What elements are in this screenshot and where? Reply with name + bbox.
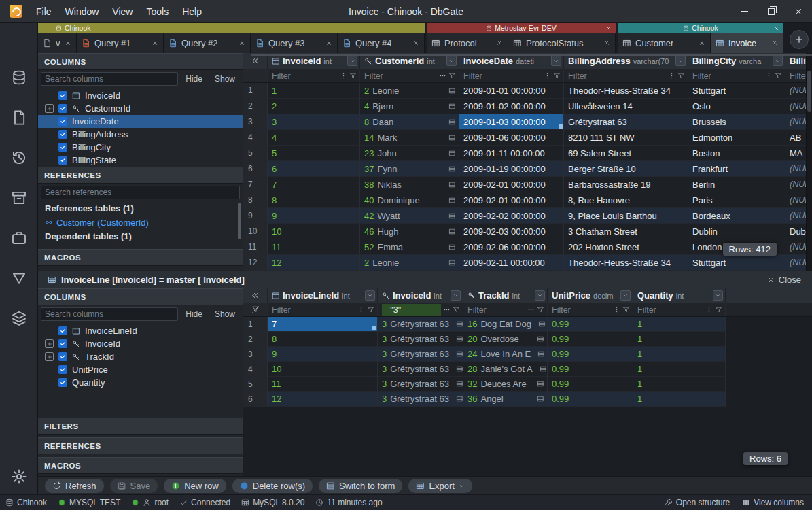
cell-quantity[interactable]: 1 — [633, 317, 726, 332]
cell-invoicedate[interactable]: 2009-01-11 00:00:00 — [459, 146, 564, 161]
cell-invoicelineid[interactable]: 10 — [268, 362, 378, 377]
connection-group-metrostav-evr-dev[interactable]: Metrostav-Evr-DEV — [427, 23, 616, 33]
clear-filters-button[interactable] — [243, 303, 268, 316]
checkbox-checked[interactable] — [58, 156, 67, 165]
scrollbar-thumb[interactable] — [807, 71, 811, 112]
filter-funnel-button[interactable] — [553, 72, 561, 80]
filter-funnel-button[interactable] — [677, 72, 685, 80]
references-section-header[interactable]: REFERENCES — [38, 167, 243, 184]
hide-columns-button[interactable]: Hide — [181, 72, 207, 86]
status-chinook[interactable]: Chinook — [5, 498, 47, 507]
cell-billingcity[interactable]: Frankfurt — [688, 161, 785, 177]
filter-input-trackid[interactable]: Filter — [463, 303, 548, 316]
close-tab-button[interactable] — [771, 39, 778, 46]
checkbox-checked[interactable] — [58, 104, 67, 113]
cell-billingaddress[interactable]: 202 Hoxton Street — [564, 239, 688, 255]
row-number[interactable]: 4 — [243, 130, 268, 146]
row-number[interactable]: 5 — [243, 377, 268, 392]
reference-link-customer-customerid[interactable]: Customer (CustomerId) — [38, 216, 243, 229]
search-input[interactable] — [41, 72, 178, 86]
menu-file[interactable]: File — [29, 0, 58, 22]
filter-funnel-button[interactable] — [367, 306, 374, 313]
cell-billingaddress[interactable]: Ullevålsveien 14 — [564, 99, 688, 114]
column-item-invoiceid[interactable]: InvoiceId — [38, 89, 243, 102]
save-button[interactable]: Save — [110, 479, 158, 493]
cell-billingcity[interactable]: Dublin — [688, 224, 785, 239]
close-tab-button[interactable] — [239, 39, 245, 46]
cell-customerid[interactable]: 40Dominique — [360, 192, 459, 208]
cell-customerid[interactable]: 23John — [360, 146, 459, 161]
cell-invoiceid[interactable]: 3Grétrystraat 63 — [378, 347, 463, 362]
cell-billingcity[interactable]: Stuttgart — [688, 255, 785, 271]
close-tab-button[interactable] — [325, 39, 332, 46]
column-header-trackid[interactable]: TrackIdint — [463, 288, 548, 303]
column-item-invoiceid[interactable]: InvoiceId — [38, 337, 243, 350]
column-item-unitprice[interactable]: UnitPrice — [38, 363, 243, 376]
cell-invoicedate[interactable]: 2009-01-19 00:00:00 — [459, 161, 564, 177]
close-tab-button[interactable] — [412, 39, 419, 46]
macros-section-header[interactable]: MACROS — [38, 249, 243, 266]
cell-trackid[interactable]: 16Dog Eat Dog — [463, 317, 548, 332]
cell-trackid[interactable]: 32Deuces Are — [463, 377, 548, 392]
expand-icon[interactable] — [45, 104, 54, 113]
cell-billingaddress[interactable]: Theodor-Heuss-Straße 34 — [564, 83, 688, 99]
cell-quantity[interactable]: 1 — [633, 377, 726, 392]
cell-invoiceid[interactable]: 8 — [268, 192, 360, 208]
cell-customerid[interactable]: 42Wyatt — [360, 208, 459, 224]
cell-quantity[interactable]: 1 — [633, 362, 726, 377]
references-section-header[interactable]: REFERENCES — [38, 437, 243, 454]
status-11-minutes-ago[interactable]: 11 minutes ago — [315, 498, 382, 507]
cell-invoiceid[interactable]: 10 — [268, 224, 360, 239]
row-number[interactable]: 7 — [243, 177, 268, 192]
column-menu-button[interactable] — [446, 56, 457, 66]
fill-handle[interactable] — [559, 124, 563, 129]
column-header-invoiceid[interactable]: InvoiceIdint — [378, 288, 463, 303]
cell-billingaddress[interactable]: 8, Rue Hanovre — [564, 192, 688, 208]
filter-funnel-button[interactable] — [715, 306, 722, 313]
cell-unitprice[interactable]: 0.99 — [548, 317, 633, 332]
search-input[interactable] — [41, 186, 240, 199]
cell-customerid[interactable]: 2Leonie — [360, 83, 459, 99]
cell-trackid[interactable]: 36Angel — [463, 392, 548, 407]
filter-menu-button[interactable] — [668, 72, 675, 80]
row-number[interactable]: 2 — [243, 332, 268, 347]
rail-database-button[interactable] — [0, 68, 37, 87]
cell-customerid[interactable]: 38Niklas — [360, 177, 459, 192]
filter-input-invoiceid[interactable]: Filter — [268, 69, 360, 82]
cell-invoicedate[interactable]: 2009-02-03 00:00:00 — [459, 224, 564, 239]
columns-section-header[interactable]: COLUMNS — [38, 53, 243, 70]
close-connection-group-button[interactable] — [773, 23, 779, 33]
cell-invoiceid[interactable]: 2 — [268, 99, 360, 114]
filter-menu-button[interactable] — [765, 72, 773, 80]
menu-view[interactable]: View — [105, 0, 139, 22]
filter-funnel-button[interactable] — [622, 306, 630, 313]
cell-quantity[interactable]: 1 — [633, 347, 726, 362]
cell-trackid[interactable]: 24Love In An E — [463, 347, 548, 362]
cell-invoicelineid[interactable]: 12 — [268, 392, 378, 407]
rail-archive-button[interactable] — [0, 188, 37, 207]
cell-customerid[interactable]: 8Daan — [360, 114, 459, 130]
search-input[interactable] — [41, 307, 178, 321]
filter-menu-button[interactable] — [544, 72, 551, 80]
vertical-scrollbar[interactable] — [806, 53, 812, 271]
cell-billingaddress[interactable]: Theodor-Heuss-Straße 34 — [564, 255, 688, 271]
status-mysql-8-0-20[interactable]: MySQL 8.0.20 — [241, 498, 304, 507]
new-tab-button[interactable] — [790, 30, 809, 49]
cell-billingaddress[interactable]: Grétrystraat 63 — [564, 114, 688, 130]
cell-invoiceid[interactable]: 7 — [268, 177, 360, 192]
filters-section-header[interactable]: FILTERS — [38, 418, 243, 435]
checkbox-checked[interactable] — [58, 326, 67, 335]
filter-menu-button[interactable] — [357, 306, 365, 313]
cell-invoicelineid[interactable]: 8 — [268, 332, 378, 347]
connection-group-chinook[interactable]: Chinook — [618, 23, 783, 33]
cell-invoiceid[interactable]: 11 — [268, 239, 360, 255]
column-item-quantity[interactable]: Quantity — [38, 376, 243, 389]
close-tab-button[interactable] — [152, 39, 158, 46]
status-connected[interactable]: Connected — [179, 498, 230, 507]
filter-menu-button[interactable] — [705, 306, 713, 313]
tab-query-2[interactable]: Query #2 — [164, 33, 251, 53]
cell-customerid[interactable]: 4Bjørn — [360, 99, 459, 114]
rail-file-button[interactable] — [0, 108, 37, 127]
tab-query-3[interactable]: Query #3 — [251, 33, 338, 53]
status-open-structure[interactable]: Open structure — [665, 498, 730, 507]
